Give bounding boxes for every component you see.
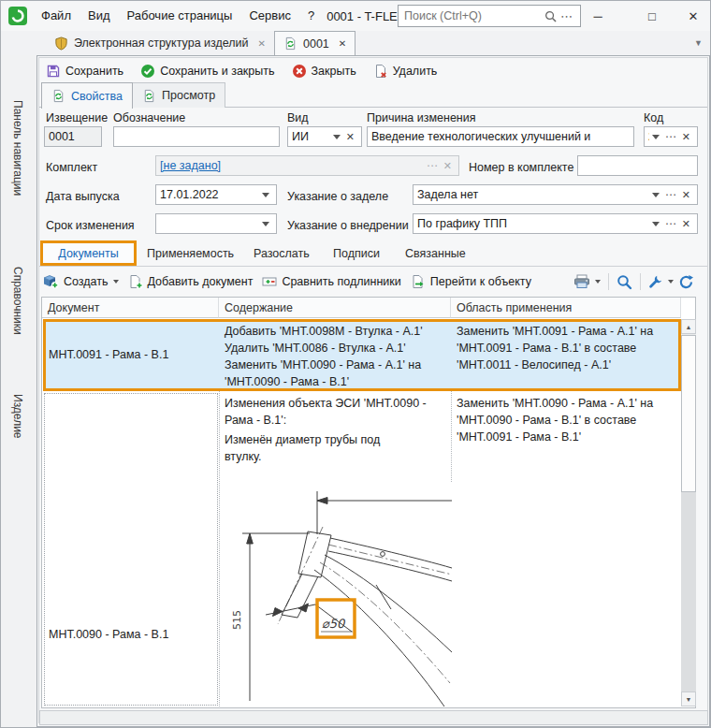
dropdown-arrow-icon[interactable] — [652, 193, 660, 197]
clear-icon[interactable]: ✕ — [682, 131, 690, 143]
maximize-button[interactable]: □ — [633, 2, 671, 30]
tab-0001[interactable]: 0001 ✕ — [274, 31, 356, 55]
dropdown-arrow-icon[interactable] — [652, 222, 660, 226]
save-label: Сохранить — [65, 65, 123, 78]
close-tab-icon[interactable]: ✕ — [335, 38, 346, 49]
implementation-combo[interactable]: По графику ТПП ⋯ ✕ — [413, 213, 698, 234]
search-input[interactable] — [404, 9, 543, 22]
tab-preview[interactable]: Просмотр — [132, 82, 225, 108]
workspace-tab-bar: Электронная структура изделий ✕ 0001 ✕ — [1, 31, 710, 55]
kind-label: Вид — [287, 111, 309, 124]
menu-help[interactable]: ? — [299, 1, 323, 31]
close-label: Закрыть — [312, 65, 356, 78]
tab-distribute[interactable]: Разослать — [254, 247, 310, 260]
menu-work-pages[interactable]: Рабочие страницы — [119, 1, 241, 31]
tab-list-chevron-icon[interactable]: ▼ — [694, 38, 703, 48]
kind-value: ИИ — [292, 130, 330, 143]
menu-service[interactable]: Сервис — [240, 1, 299, 31]
scroll-up-icon[interactable]: ▲ — [681, 319, 696, 334]
create-button[interactable]: Создать — [43, 274, 119, 289]
change-reason-label: Причина изменения — [367, 111, 476, 124]
tab-product-structure[interactable]: Электронная структура изделий ✕ — [46, 31, 274, 55]
column-header-document[interactable]: Документ — [42, 298, 219, 318]
compare-originals-button[interactable]: Сравнить подлинники — [262, 274, 400, 289]
release-date-label: Дата выпуска — [46, 190, 120, 203]
implementation-value: По графику ТПП — [417, 217, 649, 230]
close-tab-icon[interactable]: ✕ — [254, 38, 266, 49]
change-term-combo[interactable] — [155, 213, 277, 234]
browse-icon[interactable]: ⋯ — [665, 188, 676, 201]
browse-icon[interactable]: ⋯ — [665, 217, 676, 230]
delete-button[interactable]: Удалить — [370, 62, 442, 80]
goto-object-label: Перейти к объекту — [430, 275, 531, 288]
scrollbar-track[interactable] — [681, 492, 696, 692]
documents-toolbar: Создать Добавить документ Сравнить подли… — [43, 270, 531, 293]
kit-number-field[interactable] — [577, 155, 698, 176]
save-and-close-button[interactable]: Сохранить и закрыть — [137, 62, 278, 80]
code-combo[interactable]: 2 ⋯ ✕ — [644, 126, 698, 147]
tab-applicability[interactable]: Применяемость — [147, 247, 234, 260]
row2-scope-cell[interactable]: Заменить 'МНТ.0090 - Рама - А.1' на 'МНТ… — [457, 395, 677, 445]
row2-content-paragraph2[interactable]: Изменён диаметр трубы под втулку. — [225, 431, 447, 465]
kit-field[interactable]: [не задано] ⋯ ✕ — [155, 155, 459, 176]
notice-value: 0001 — [49, 130, 97, 143]
row2-content-paragraph1[interactable]: Изменения объекта ЭСИ 'МНТ.0090 - Рама -… — [225, 395, 447, 429]
row2-document-cell-focus — [44, 393, 218, 706]
dropdown-arrow-icon[interactable] — [652, 135, 660, 139]
red-x-circle-icon — [292, 64, 307, 79]
close-button[interactable]: Закрыть — [288, 62, 360, 80]
clear-icon[interactable]: ✕ — [443, 160, 452, 172]
menu-view[interactable]: Вид — [80, 1, 119, 31]
kit-link[interactable]: [не задано] — [160, 159, 424, 172]
search-options-icon[interactable]: ⋯ — [559, 9, 574, 23]
kind-combo[interactable]: ИИ ✕ — [287, 126, 362, 147]
settings-wrench-button[interactable] — [648, 274, 663, 289]
tab-related[interactable]: Связанные — [405, 247, 466, 260]
column-header-content[interactable]: Содержание — [219, 298, 451, 318]
designation-field[interactable] — [113, 126, 280, 147]
row2-document-cell[interactable]: МНТ.0090 - Рама - В.1 — [49, 626, 213, 643]
search-grid-button[interactable] — [617, 274, 632, 290]
scroll-down-icon[interactable]: ▼ — [681, 692, 696, 706]
settings-dropdown-arrow-icon[interactable] — [668, 280, 674, 284]
tab-documents[interactable]: Документы — [40, 240, 137, 266]
add-document-button[interactable]: Добавить документ — [128, 274, 254, 289]
delete-label: Удалить — [393, 65, 438, 78]
search-icon[interactable] — [543, 10, 559, 22]
browse-icon[interactable]: ⋯ — [665, 130, 676, 143]
change-reason-field[interactable]: Введение технологических улучшений и — [367, 126, 634, 147]
clear-icon[interactable]: ✕ — [682, 189, 690, 201]
dropdown-arrow-icon[interactable] — [333, 135, 341, 139]
goto-object-button[interactable]: Перейти к объекту — [411, 274, 531, 289]
clear-icon[interactable]: ✕ — [682, 218, 690, 230]
add-document-label: Добавить документ — [148, 275, 254, 288]
minimize-button[interactable]: ─ — [579, 2, 617, 30]
sidebar-item-references[interactable]: Справочники — [11, 267, 24, 335]
tab-signatures[interactable]: Подписи — [333, 247, 380, 260]
tflex-docs-window: { "window": { "menu": ["Файл", "Вид", "Р… — [0, 0, 711, 728]
print-dropdown-arrow-icon[interactable] — [595, 280, 601, 284]
cube-add-icon — [43, 274, 59, 289]
menu-file[interactable]: Файл — [33, 1, 80, 31]
dropdown-arrow-icon[interactable] — [262, 193, 269, 197]
scrollbar-thumb[interactable] — [681, 335, 696, 492]
notice-field[interactable]: 0001 — [44, 126, 102, 147]
sidebar-item-product[interactable]: Изделие — [11, 394, 24, 439]
refresh-button[interactable] — [678, 274, 694, 290]
stock-note-label: Указание о заделе — [287, 190, 388, 203]
release-date-combo[interactable]: 17.01.2022 — [155, 184, 277, 205]
add-document-icon — [128, 274, 143, 289]
browse-icon[interactable]: ⋯ — [427, 159, 438, 172]
stock-note-combo[interactable]: Задела нет ⋯ ✕ — [413, 184, 698, 205]
tab-label: 0001 — [303, 37, 329, 51]
sidebar-item-navigation-panel[interactable]: Панель навигации — [11, 100, 24, 196]
clear-icon[interactable]: ✕ — [346, 131, 355, 143]
release-date-value: 17.01.2022 — [160, 188, 259, 201]
save-button[interactable]: Сохранить — [42, 62, 127, 80]
column-header-scope[interactable]: Область применения — [451, 298, 681, 318]
dropdown-arrow-icon[interactable] — [262, 222, 269, 226]
tab-properties[interactable]: Свойства — [41, 82, 133, 109]
print-button[interactable] — [573, 274, 590, 289]
global-search[interactable]: ⋯ — [398, 5, 581, 27]
close-window-button[interactable]: ✕ — [675, 2, 711, 30]
